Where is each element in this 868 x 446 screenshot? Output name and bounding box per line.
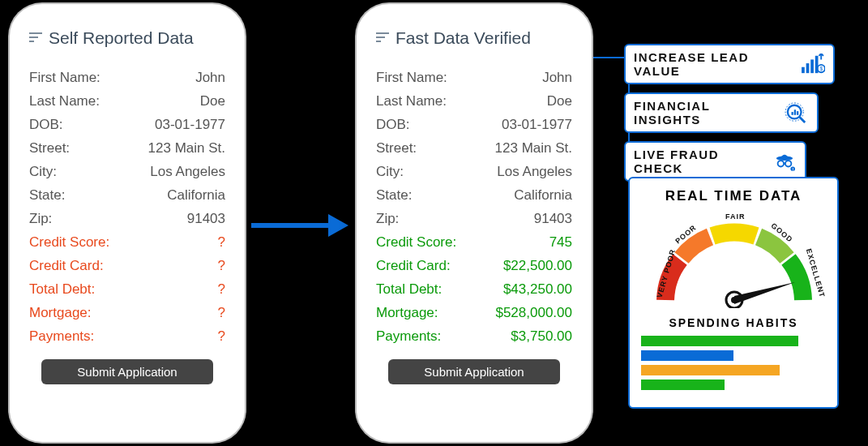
field-label: City: [29,164,57,180]
callout-label: LIVE FRAUD CHECK [634,148,764,175]
data-row: State:California [376,183,572,207]
field-label: Credit Card: [29,258,104,274]
callout-live-fraud-check: LIVE FRAUD CHECK ! [624,141,806,182]
data-row: Credit Card:$22,500.00 [376,254,572,277]
data-row: City:Los Angeles [376,160,572,183]
field-value: $22,500.00 [503,258,572,274]
field-value: ? [218,328,225,345]
field-value: $3,750.00 [511,328,572,345]
phone-title: Fast Data Verified [396,28,531,48]
real-time-data-card: REAL TIME DATA VERY POOR POOR FAIR GOOD … [628,177,839,409]
field-label: Total Debt: [376,281,442,298]
spending-habits-title: SPENDING HABITS [641,316,826,329]
field-label: City: [376,164,404,180]
field-label: Zip: [376,211,399,227]
field-label: DOB: [29,117,63,133]
field-value: 03-01-1977 [502,117,572,133]
field-label: First Name: [29,70,100,86]
field-value: 91403 [534,211,572,227]
phone2-fields: First Name:JohnLast Name:DoeDOB:03-01-19… [376,66,572,348]
data-row: Payments:$3,750.00 [376,324,572,348]
field-label: Credit Score: [29,234,109,251]
field-label: Mortgage: [29,305,92,321]
svg-point-16 [785,161,791,166]
callout-label: FINANCIAL INSIGHTS [634,99,776,127]
svg-rect-10 [792,112,793,115]
data-row: DOB:03-01-1977 [376,113,572,136]
field-label: Street: [376,140,417,157]
submit-button[interactable]: Submit Application [388,359,561,384]
field-value: Los Angeles [150,164,225,180]
field-value: John [542,70,572,86]
field-value: 91403 [187,211,225,227]
bars-up-icon: $ [801,54,825,75]
svg-rect-2 [802,67,805,73]
rtd-title: REAL TIME DATA [641,188,826,204]
data-row: Credit Score:? [29,230,225,254]
gauge-label: FAIR [725,212,746,221]
spending-bar [641,350,733,361]
svg-marker-1 [328,214,348,237]
field-value: Doe [200,93,225,109]
phone-header: Fast Data Verified [376,28,572,48]
callout-column: INCREASE LEAD VALUE $ FINANCIAL INSIGHTS… [624,44,835,190]
data-row: State:California [29,183,225,207]
svg-rect-4 [810,59,814,73]
data-row: Last Name:Doe [29,89,225,113]
submit-button[interactable]: Submit Application [41,359,214,384]
data-row: Mortgage:$528,000.00 [376,301,572,324]
svg-rect-12 [797,111,798,115]
field-label: Total Debt: [29,281,95,298]
svg-point-15 [778,161,784,166]
field-label: Payments: [376,328,441,345]
field-value: ? [218,258,225,274]
field-label: Credit Card: [376,258,451,274]
field-label: First Name: [376,70,447,86]
data-row: First Name:John [376,66,572,89]
data-row: Payments:? [29,324,225,348]
credit-gauge: VERY POOR POOR FAIR GOOD EXCELLENT [641,211,827,308]
svg-text:$: $ [819,66,823,71]
svg-rect-11 [794,109,796,115]
data-row: Zip:91403 [29,207,225,230]
spending-bar [641,380,725,390]
data-row: Street:123 Main St. [376,136,572,160]
field-label: Last Name: [376,93,447,109]
data-row: Credit Card:? [29,254,225,277]
svg-point-22 [731,297,738,303]
phone-header: Self Reported Data [29,28,225,48]
data-row: Street:123 Main St. [29,136,225,160]
svg-rect-3 [806,63,810,73]
field-value: 745 [549,234,572,251]
field-label: Zip: [29,211,52,227]
field-label: Mortgage: [376,305,438,321]
field-value: 123 Main St. [148,140,225,157]
data-row: DOB:03-01-1977 [29,113,225,136]
field-label: Street: [29,140,70,157]
field-value: 03-01-1977 [155,117,225,133]
data-row: City:Los Angeles [29,160,225,183]
phone-verified: Fast Data Verified First Name:JohnLast N… [357,4,592,442]
callout-label: INCREASE LEAD VALUE [634,50,793,78]
data-row: Total Debt:$43,250.00 [376,277,572,301]
field-label: Credit Score: [376,234,456,251]
field-value: $528,000.00 [495,305,572,321]
svg-line-9 [800,118,806,123]
data-row: Zip:91403 [376,207,572,230]
callout-financial-insights: FINANCIAL INSIGHTS [624,92,819,133]
phone1-fields: First Name:JohnLast Name:DoeDOB:03-01-19… [29,66,225,348]
spending-habits-chart [641,336,826,390]
field-value: John [195,70,225,86]
spending-bar [641,365,780,375]
field-label: DOB: [376,117,410,133]
data-row: Last Name:Doe [376,89,572,113]
field-value: California [514,187,572,204]
callout-increase-lead-value: INCREASE LEAD VALUE $ [624,44,835,84]
field-label: Last Name: [29,93,100,109]
flow-arrow-icon [251,209,348,242]
spending-bar [641,336,798,346]
sort-icon [376,32,389,44]
field-value: $43,250.00 [503,281,572,298]
phone-self-reported: Self Reported Data First Name:JohnLast N… [10,4,245,442]
field-label: Payments: [29,328,94,345]
